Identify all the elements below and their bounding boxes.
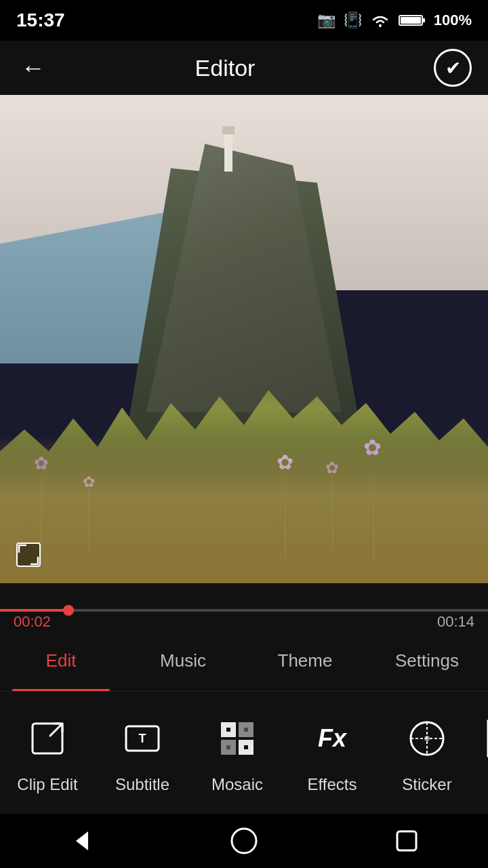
tab-theme[interactable]: Theme [244,637,366,691]
back-arrow-icon: ← [21,54,45,82]
tool-subtitle[interactable]: T Subtitle [95,698,190,807]
scene-lighthouse [224,134,232,172]
svg-rect-15 [244,745,248,749]
svg-rect-3 [401,17,421,24]
tool-clip-edit[interactable]: Clip Edit [0,698,95,807]
vibrate-icon: 📳 [344,12,362,29]
dry-grass [0,437,488,583]
tab-settings-label: Settings [395,650,459,671]
camera-icon: 📷 [317,12,336,29]
svg-rect-12 [226,728,230,732]
page-title: Editor [50,55,400,81]
svg-rect-2 [422,18,425,22]
status-bar: 15:37 📷 📳 100% [0,0,488,41]
time-current: 00:02 [14,613,51,631]
status-icons: 📷 📳 100% [317,12,472,29]
effects-icon: Fx [305,711,359,766]
tab-music-label: Music [160,650,206,671]
svg-marker-24 [76,831,88,850]
svg-text:T: T [139,732,146,745]
status-time: 15:37 [16,9,65,31]
nav-back-icon [68,827,95,854]
svg-text:Fx: Fx [318,724,348,752]
nav-recent-button[interactable] [386,821,427,861]
tab-edit-label: Edit [46,650,77,671]
tool-sticker[interactable]: Sticker [380,698,474,807]
top-bar: ← Editor ✔ [0,41,488,95]
nav-recent-icon [394,829,419,853]
effects-label: Effects [308,775,357,794]
expand-button[interactable] [14,540,43,570]
wifi-icon [370,13,390,28]
tab-theme-label: Theme [278,650,333,671]
svg-rect-4 [17,543,40,566]
timeline[interactable]: 00:02 00:14 [0,583,488,637]
confirm-button[interactable]: ✔ [434,49,472,87]
check-icon: ✔ [445,57,461,79]
back-button[interactable]: ← [16,51,50,85]
tab-edit[interactable]: Edit [0,637,122,691]
subtitle-label: Subtitle [115,775,169,794]
battery-icon [399,13,426,28]
tab-settings[interactable]: Settings [366,637,488,691]
sticker-icon [400,711,454,766]
tab-music[interactable]: Music [122,637,244,691]
sticker-label: Sticker [402,775,451,794]
mosaic-icon [210,711,264,766]
clip-edit-icon [20,711,75,766]
battery-pct: 100% [434,12,472,29]
svg-rect-14 [226,745,230,749]
nav-back-button[interactable] [61,821,102,861]
svg-point-0 [379,24,382,27]
expand-icon [16,542,41,567]
tool-mosaic[interactable]: Mosaic [190,698,285,807]
tools-bar: Clip Edit T Subtitle Mosaic [0,692,488,814]
nav-home-icon [229,826,259,856]
timeline-progress [0,609,68,612]
doc-icon [474,711,488,766]
timeline-track [0,609,488,612]
svg-point-25 [232,829,256,853]
nav-home-button[interactable] [224,821,264,861]
svg-point-20 [424,736,430,741]
bottom-nav [0,814,488,868]
subtitle-icon: T [115,711,169,766]
video-preview [0,95,488,583]
clip-edit-label: Clip Edit [17,775,77,794]
timeline-thumb[interactable] [63,605,74,616]
mosaic-label: Mosaic [211,775,263,794]
tool-effects[interactable]: Fx Effects [285,698,380,807]
svg-rect-26 [397,831,416,850]
tabs-bar: Edit Music Theme Settings [0,637,488,692]
svg-rect-13 [244,728,248,732]
time-total: 00:14 [437,613,474,631]
tool-doc[interactable]: Doc [474,698,488,807]
